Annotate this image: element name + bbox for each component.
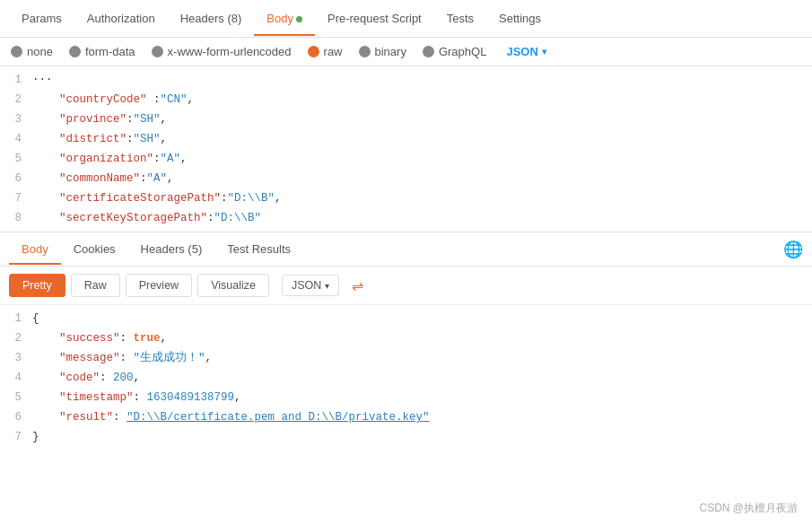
chevron-down-icon: ▾: [542, 47, 546, 57]
response-format-dropdown[interactable]: JSON ▾: [282, 275, 339, 296]
radio-graphql-circle: [423, 46, 434, 57]
radio-raw[interactable]: raw: [308, 45, 343, 58]
globe-icon[interactable]: 🌐: [783, 240, 803, 259]
code-line-2: 2 "countryCode" :"CN",: [0, 90, 812, 109]
radio-none-circle: [11, 46, 22, 57]
code-line-5: 5 "organization":"A",: [0, 149, 812, 169]
tab-params[interactable]: Params: [9, 3, 74, 36]
response-tab-test-results[interactable]: Test Results: [214, 235, 303, 265]
response-line-5: 5 "timestamp": 1630489138799,: [0, 388, 812, 407]
response-line-6: 6 "result": "D:\\B/certificate.pem and D…: [0, 407, 812, 427]
view-preview-button[interactable]: Preview: [126, 274, 192, 297]
response-line-7: 7 }: [0, 427, 812, 447]
radio-none[interactable]: none: [11, 45, 53, 58]
tab-authorization[interactable]: Authorization: [74, 3, 168, 36]
radio-form-data-circle: [69, 46, 81, 57]
tab-body[interactable]: Body: [254, 3, 315, 36]
radio-form-data[interactable]: form-data: [69, 45, 135, 58]
view-visualize-button[interactable]: Visualize: [197, 274, 269, 297]
response-line-3: 3 "message": "生成成功！",: [0, 348, 812, 368]
body-active-dot: [296, 16, 302, 22]
radio-binary-circle: [359, 46, 371, 57]
code-line-8: 8 "secretKeyStoragePath":"D:\\B": [0, 208, 812, 228]
tab-pre-request[interactable]: Pre-request Script: [315, 3, 434, 36]
response-tab-headers[interactable]: Headers (5): [128, 235, 215, 265]
code-line-4: 4 "district":"SH",: [0, 129, 812, 149]
response-body-editor: 1 { 2 "success": true, 3 "message": "生成成…: [0, 305, 812, 471]
code-line-1: 1 ···: [0, 70, 812, 90]
radio-graphql[interactable]: GraphQL: [423, 45, 486, 58]
response-line-2: 2 "success": true,: [0, 328, 812, 348]
request-tab-bar: Params Authorization Headers (8) Body Pr…: [0, 0, 812, 38]
code-line-7: 7 "certificateStoragePath":"D:\\B",: [0, 188, 812, 208]
response-tab-cookies[interactable]: Cookies: [61, 235, 128, 265]
radio-urlencoded-circle: [152, 46, 163, 57]
view-raw-button[interactable]: Raw: [71, 274, 120, 297]
radio-binary[interactable]: binary: [359, 45, 406, 58]
radio-raw-circle: [308, 46, 319, 57]
code-line-3: 3 "province":"SH",: [0, 109, 812, 129]
response-tab-body[interactable]: Body: [9, 235, 61, 265]
response-line-4: 4 "code": 200,: [0, 368, 812, 388]
tab-headers[interactable]: Headers (8): [168, 3, 255, 36]
tab-settings[interactable]: Settings: [486, 3, 554, 36]
response-line-1: 1 {: [0, 309, 812, 328]
chevron-down-icon: ▾: [325, 281, 329, 291]
response-tab-bar: Body Cookies Headers (5) Test Results 🌐: [0, 232, 812, 267]
tab-tests[interactable]: Tests: [434, 3, 486, 36]
request-body-editor[interactable]: 1 ··· 2 "countryCode" :"CN", 3 "province…: [0, 66, 812, 232]
code-line-6: 6 "commonName":"A",: [0, 169, 812, 188]
json-format-dropdown[interactable]: JSON ▾: [506, 45, 546, 58]
view-mode-row: Pretty Raw Preview Visualize JSON ▾ ⇌: [0, 267, 812, 305]
radio-urlencoded[interactable]: x-www-form-urlencoded: [152, 45, 292, 58]
wrap-text-icon[interactable]: ⇌: [352, 277, 363, 294]
view-pretty-button[interactable]: Pretty: [9, 274, 65, 297]
body-type-row: none form-data x-www-form-urlencoded raw…: [0, 38, 812, 66]
